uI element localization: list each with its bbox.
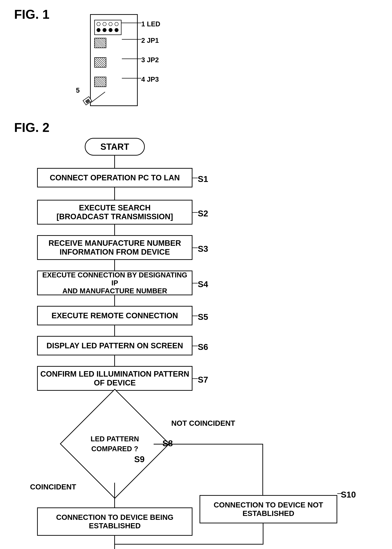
s4-box: EXECUTE CONNECTION BY DESIGNATING IP AND…: [37, 271, 192, 295]
fig1-title: FIG. 1: [14, 7, 49, 22]
arrow-to-s7: [114, 355, 115, 366]
s6-box: DISPLAY LED PATTERN ON SCREEN: [37, 336, 192, 355]
s7-box: CONFIRM LED ILLUMINATION PATTERN OF DEVI…: [37, 366, 192, 391]
s7-label: CONFIRM LED ILLUMINATION PATTERN OF DEVI…: [40, 369, 189, 387]
s2-label: EXECUTE SEARCH [BROADCAST TRANSMISSION]: [56, 203, 173, 221]
s8-step: S8: [162, 439, 173, 448]
s6-label: DISPLAY LED PATTERN ON SCREEN: [46, 341, 183, 350]
arrow-to-s3: [114, 224, 115, 235]
cable-label: 5: [76, 87, 80, 94]
s10-step: S10: [341, 490, 356, 499]
arrow-not-coincident-h: [154, 444, 263, 445]
arrow-not-coincident-v: [262, 444, 263, 495]
s2-box: EXECUTE SEARCH [BROADCAST TRANSMISSION]: [37, 200, 192, 224]
s4-label: EXECUTE CONNECTION BY DESIGNATING IP AND…: [40, 271, 190, 295]
s5-step: S5: [198, 312, 208, 322]
not-coincident-label: NOT COINCIDENT: [171, 419, 235, 427]
s1-box: CONNECT OPERATION PC TO LAN: [37, 168, 192, 188]
start-label: START: [100, 142, 129, 152]
s2-step: S2: [198, 209, 208, 218]
s1-label: CONNECT OPERATION PC TO LAN: [50, 173, 180, 182]
jp1-connector: [94, 38, 106, 48]
s10-label: CONNECTION TO DEVICE NOT ESTABLISHED: [214, 501, 323, 518]
arrow-s10-down: [263, 523, 263, 545]
fig2-title: FIG. 2: [14, 120, 49, 135]
s10-box: CONNECTION TO DEVICE NOT ESTABLISHED: [200, 495, 337, 523]
arrow-to-s2: [114, 188, 115, 200]
arrow-s10-h: [115, 544, 263, 545]
jp3-connector: [94, 77, 106, 87]
jp1-label: 2 JP1: [141, 37, 159, 44]
arrow-to-end: [114, 536, 115, 549]
arrow-coincident-v: [114, 483, 115, 507]
s3-label: RECEIVE MANUFACTURE NUMBER INFORMATION F…: [49, 239, 181, 256]
s5-label: EXECUTE REMOTE CONNECTION: [52, 311, 178, 320]
led-panel: [94, 20, 121, 35]
arrow-to-s4: [114, 260, 115, 271]
s3-box: RECEIVE MANUFACTURE NUMBER INFORMATION F…: [37, 235, 192, 260]
s5-box: EXECUTE REMOTE CONNECTION: [37, 306, 192, 325]
s9-step: S9: [134, 455, 145, 464]
s9-box: CONNECTION TO DEVICE BEING ESTABLISHED: [37, 507, 192, 536]
s3-step: S3: [198, 244, 208, 254]
s1-step: S1: [198, 174, 208, 184]
led-label: 1 LED: [141, 20, 160, 28]
s6-step: S6: [198, 342, 208, 352]
diamond-text-container: LED PATTERN COMPARED ?: [67, 417, 162, 470]
jp2-label: 3 JP2: [141, 56, 159, 64]
coincident-label: COINCIDENT: [30, 483, 76, 491]
s9-box-label: CONNECTION TO DEVICE BEING ESTABLISHED: [56, 513, 173, 530]
diamond-label: LED PATTERN COMPARED ?: [91, 434, 139, 454]
jp2-connector: [94, 57, 106, 68]
jp3-label: 4 JP3: [141, 76, 159, 83]
arrow-to-s1: [114, 156, 115, 168]
s7-step: S7: [198, 375, 208, 384]
arrow-to-s6: [114, 325, 115, 336]
s4-step: S4: [198, 279, 208, 289]
start-node: START: [85, 138, 145, 156]
arrow-to-s5: [114, 295, 115, 306]
